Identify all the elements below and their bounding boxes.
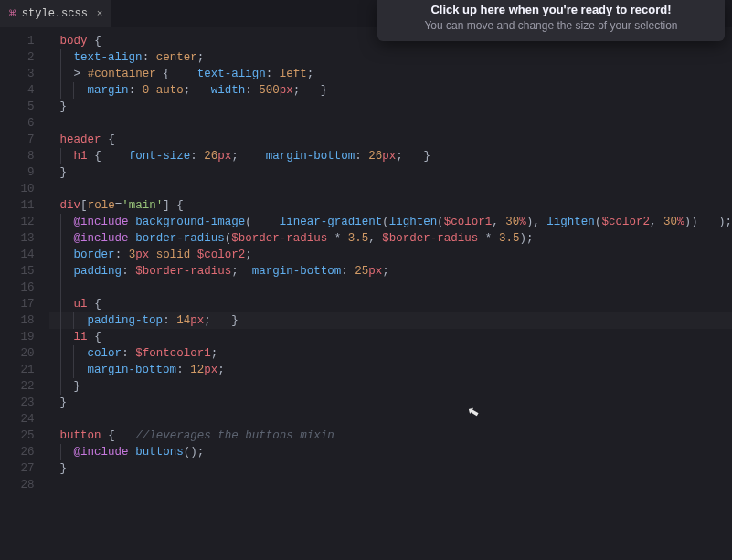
code-line[interactable]: text-align: center; <box>49 49 732 66</box>
tab-style-scss[interactable]: ⌘ style.scss × <box>0 0 111 27</box>
line-number: 23 <box>0 395 49 411</box>
line-number: 17 <box>0 296 49 312</box>
line-number: 3 <box>0 66 49 82</box>
line-number: 7 <box>0 132 49 148</box>
line-number: 8 <box>0 148 49 164</box>
line-number: 11 <box>0 197 49 214</box>
line-number: 19 <box>0 329 49 345</box>
code-line[interactable]: ul { <box>49 296 732 312</box>
code-line[interactable]: header { <box>49 132 732 148</box>
line-number: 14 <box>0 247 49 263</box>
code-editor[interactable]: 1234567891011121314151617181920212223242… <box>0 27 732 560</box>
code-line[interactable]: } <box>49 378 732 395</box>
tooltip-title: Click up here when you're ready to recor… <box>388 3 714 16</box>
code-line[interactable]: @include background-image( linear-gradie… <box>49 214 732 230</box>
line-number: 26 <box>0 444 49 460</box>
line-number: 25 <box>0 428 49 444</box>
line-number: 18 <box>0 312 49 329</box>
line-number: 16 <box>0 280 49 296</box>
code-line[interactable]: button { //leverages the buttons mixin <box>49 428 732 444</box>
code-line[interactable]: li { <box>49 329 732 345</box>
code-line[interactable]: padding: $border-radius; margin-bottom: … <box>49 263 732 280</box>
code-line[interactable] <box>49 280 732 296</box>
line-number: 1 <box>0 33 49 49</box>
scss-file-icon: ⌘ <box>9 6 16 21</box>
line-number: 10 <box>0 181 49 197</box>
line-number: 6 <box>0 115 49 132</box>
code-line[interactable]: @include buttons(); <box>49 444 732 460</box>
code-line[interactable]: margin: 0 auto; width: 500px; } <box>49 82 732 99</box>
code-line[interactable]: } <box>49 460 732 477</box>
code-line[interactable]: } <box>49 164 732 181</box>
code-line[interactable]: > #container { text-align: left; <box>49 66 732 82</box>
code-line[interactable]: color: $fontcolor1; <box>49 345 732 362</box>
line-number: 12 <box>0 214 49 230</box>
tab-label: style.scss <box>22 7 88 20</box>
line-number: 9 <box>0 164 49 181</box>
line-number: 22 <box>0 378 49 395</box>
code-line[interactable] <box>49 477 732 493</box>
code-line[interactable] <box>49 411 732 428</box>
line-number: 28 <box>0 477 49 493</box>
line-number: 5 <box>0 99 49 115</box>
code-line[interactable]: @include border-radius($border-radius * … <box>49 230 732 247</box>
line-number: 21 <box>0 362 49 378</box>
line-number: 27 <box>0 460 49 477</box>
tooltip-subtitle: You can move and change the size of your… <box>388 19 714 32</box>
code-line[interactable]: padding-top: 14px; } <box>49 312 732 329</box>
line-number: 4 <box>0 82 49 99</box>
code-area[interactable]: body { text-align: center; > #container … <box>49 27 732 560</box>
code-line[interactable]: } <box>49 395 732 411</box>
code-line[interactable]: div[role='main'] { <box>49 197 732 214</box>
line-number: 15 <box>0 263 49 280</box>
code-line[interactable] <box>49 181 732 197</box>
line-number-gutter: 1234567891011121314151617181920212223242… <box>0 27 49 560</box>
code-line[interactable]: margin-bottom: 12px; <box>49 362 732 378</box>
code-line[interactable] <box>49 115 732 132</box>
line-number: 2 <box>0 49 49 66</box>
code-line[interactable]: h1 { font-size: 26px; margin-bottom: 26p… <box>49 148 732 164</box>
line-number: 20 <box>0 345 49 362</box>
close-icon[interactable]: × <box>97 8 103 19</box>
line-number: 13 <box>0 230 49 247</box>
code-line[interactable]: border: 3px solid $color2; <box>49 247 732 263</box>
code-line[interactable]: } <box>49 99 732 115</box>
record-prompt-tooltip[interactable]: Click up here when you're ready to recor… <box>377 0 725 41</box>
line-number: 24 <box>0 411 49 428</box>
